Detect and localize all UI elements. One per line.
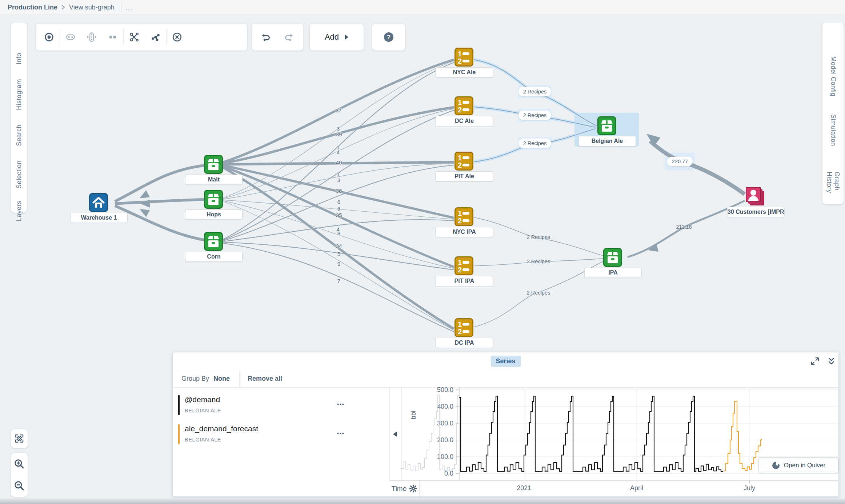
node-label-corn[interactable]: Corn (185, 252, 243, 262)
chart-x-axis: Time 2021AprilJuly (389, 480, 838, 496)
cut-edges-button[interactable] (124, 27, 145, 48)
svg-text:1: 1 (458, 209, 462, 217)
node-label-pit-ale[interactable]: PIT Ale (436, 171, 493, 181)
node-label-hops[interactable]: Hops (185, 209, 243, 220)
edge-badge[interactable]: 2 Recipes (527, 234, 550, 240)
node-label-nyc-ale[interactable]: NYC Ale (436, 67, 493, 77)
edge-flow-value: 35 (336, 212, 342, 218)
time-settings-button[interactable]: Time (389, 481, 420, 496)
x-axis-tick-label: April (630, 484, 643, 492)
node-customers[interactable] (745, 186, 766, 209)
collapse-list-button[interactable] (393, 432, 397, 437)
sidebar-tab-selection[interactable]: Selection (15, 160, 23, 189)
redo-button[interactable] (279, 27, 297, 48)
edge-badge[interactable]: 220.77 (667, 157, 693, 166)
sidebar-tab-layers[interactable]: Layers (15, 201, 23, 221)
breadcrumb-root[interactable]: Production Line (8, 4, 57, 11)
edge-badge[interactable]: 211.18 (676, 224, 692, 230)
series-options-button[interactable]: ••• (337, 401, 345, 407)
edge-badge[interactable]: 2 Recipes (527, 259, 550, 264)
sidebar-tab-model-config[interactable]: Model Config (829, 56, 837, 97)
breadcrumb-divider (121, 3, 121, 12)
node-malt[interactable] (204, 155, 223, 175)
node-label-dc-ipa[interactable]: DC IPA (436, 338, 493, 348)
zoom-out-button[interactable] (11, 475, 28, 497)
undo-redo-toolbar (252, 24, 303, 51)
merge-nodes-button[interactable] (102, 27, 123, 48)
node-pit-ipa[interactable]: 12 (454, 256, 473, 277)
sidebar-tab-search[interactable]: Search (15, 124, 23, 146)
node-belgian-ale[interactable] (597, 116, 616, 137)
node-pit-ale[interactable]: 12 (454, 152, 473, 172)
breadcrumb-overflow[interactable]: ... (126, 4, 132, 11)
svg-text:2: 2 (458, 217, 462, 225)
edge-flow-value: 9 (337, 261, 340, 267)
branch-graph-button[interactable] (145, 27, 166, 48)
node-label-belgian-ale[interactable]: Belgian Ale (578, 136, 636, 146)
fit-to-screen-icon (14, 433, 24, 444)
series-name[interactable]: ale_demand_forecast (185, 424, 258, 433)
sidebar-tab-simulation[interactable]: Simulation (829, 114, 837, 146)
tab-series[interactable]: Series (490, 356, 520, 367)
chevron-right-icon (61, 4, 65, 10)
gear-icon (409, 485, 417, 492)
node-warehouse-1[interactable] (89, 193, 108, 213)
split-node-button[interactable] (81, 27, 102, 48)
right-sidebar: Model ConfigSimulationGraph History (822, 23, 844, 204)
node-label-ipa[interactable]: IPA (584, 268, 642, 278)
node-nyc-ale[interactable]: 12 (454, 48, 473, 68)
node-label-customers[interactable]: 30 Customers [IMPR… (727, 207, 785, 217)
svg-text:1: 1 (458, 50, 462, 58)
open-in-quiver-button[interactable]: Open in Quiver (758, 457, 838, 473)
node-label-nyc-ipa[interactable]: NYC IPA (436, 227, 493, 237)
breadcrumb-current[interactable]: View sub-graph (69, 4, 115, 11)
select-target-button[interactable] (39, 27, 60, 48)
node-corn[interactable] (204, 232, 223, 252)
sidebar-tab-graph-history[interactable]: Graph History (825, 172, 841, 193)
collapse-panel-button[interactable] (826, 356, 836, 368)
edge-flow-value: 3 (337, 177, 340, 183)
zoom-in-button[interactable] (11, 453, 28, 475)
node-label-warehouse-1[interactable]: Warehouse 1 (70, 213, 128, 223)
node-label-malt[interactable]: Malt (185, 175, 243, 185)
remove-circle-button[interactable] (167, 27, 188, 48)
edge-badge[interactable]: 2 Recipes (527, 290, 550, 296)
node-dc-ipa[interactable]: 12 (454, 318, 473, 339)
node-label-pit-ipa[interactable]: PIT IPA (436, 276, 493, 286)
sidebar-tab-info[interactable]: Info (15, 53, 23, 64)
node-dc-ale[interactable]: 12 (454, 96, 473, 117)
edge-badge[interactable]: 2 Recipes (518, 87, 551, 96)
edge-flow-value: 4 (337, 149, 340, 155)
edge-flow-value: 36 (336, 188, 342, 194)
node-nyc-ipa[interactable]: 12 (454, 207, 473, 228)
series-color-bar (178, 395, 180, 415)
svg-text:1: 1 (458, 154, 462, 162)
x-axis-tick-label: July (744, 484, 755, 492)
expand-panel-button[interactable] (810, 356, 820, 368)
svg-text:1: 1 (458, 320, 462, 328)
node-hops[interactable] (204, 190, 223, 210)
help-button[interactable]: ? (378, 27, 399, 48)
series-color-bar (178, 424, 180, 444)
series-list: @demandBELGIAN ALE•••ale_demand_forecast… (173, 352, 389, 480)
link-nodes-button[interactable] (60, 27, 81, 48)
sidebar-tab-histogram[interactable]: Histogram (15, 79, 23, 110)
series-subtitle: BELGIAN ALE (185, 437, 221, 443)
edge-flow-value: 7 (337, 278, 340, 284)
y-axis-label: bbl (410, 411, 417, 419)
open-in-quiver-label: Open in Quiver (784, 462, 825, 469)
window-bottom-edge (0, 498, 845, 504)
edge-badge[interactable]: 2 Recipes (518, 111, 551, 120)
fit-to-screen-button[interactable] (11, 429, 28, 448)
node-label-dc-ale[interactable]: DC Ale (436, 116, 493, 126)
undo-button[interactable] (257, 27, 276, 48)
svg-text:1: 1 (458, 99, 462, 107)
add-button[interactable]: Add (310, 24, 364, 51)
node-ipa[interactable] (603, 248, 622, 268)
edge-badge[interactable]: 2 Recipes (518, 139, 551, 148)
series-name[interactable]: @demand (185, 395, 220, 404)
edge-flow-value: 6 (337, 199, 340, 205)
edge-flow-value: 6 (337, 205, 340, 212)
series-options-button[interactable]: ••• (337, 431, 345, 436)
breadcrumb: Production Line View sub-graph ... (0, 0, 845, 15)
